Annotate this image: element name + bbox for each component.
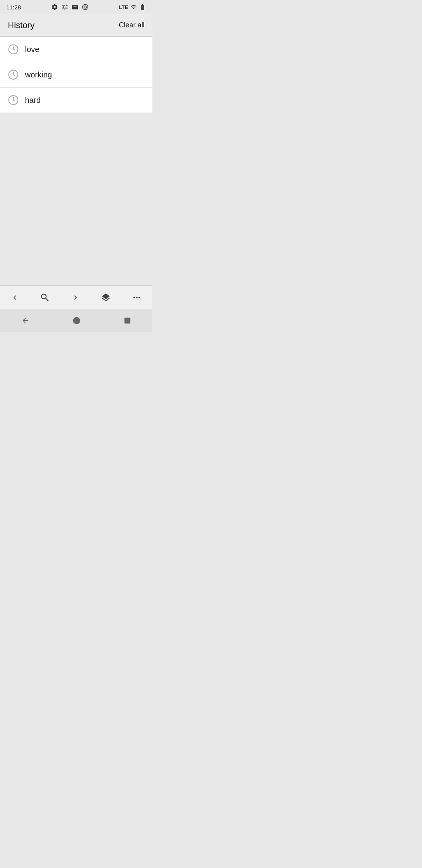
status-time: 11:28 <box>6 4 21 11</box>
header: History Clear all <box>0 14 152 37</box>
lte-label: LTE <box>119 4 128 10</box>
status-icons <box>51 4 89 11</box>
chevron-left-icon <box>11 293 19 302</box>
svg-rect-4 <box>124 318 130 324</box>
status-bar: 11:28 LTE <box>0 0 152 14</box>
page-title: History <box>8 20 34 30</box>
nav-layers-button[interactable] <box>97 289 115 307</box>
nav-forward-button[interactable] <box>67 289 84 306</box>
signal-icon <box>131 4 137 11</box>
history-item-text: working <box>25 70 52 79</box>
list-item[interactable]: working <box>0 62 152 88</box>
system-back-button[interactable] <box>21 316 30 325</box>
clock-icon <box>8 95 19 106</box>
history-item-text: love <box>25 45 39 54</box>
list-item[interactable]: love <box>0 37 152 62</box>
chevron-right-icon <box>71 293 80 302</box>
clock-icon <box>8 69 19 80</box>
mail-icon <box>72 4 79 11</box>
list-item[interactable]: hard <box>0 88 152 113</box>
svg-point-3 <box>73 317 80 324</box>
nav-back-button[interactable] <box>7 289 23 306</box>
more-dots-icon <box>132 292 142 303</box>
tune-icon <box>61 4 68 11</box>
recents-square-icon <box>123 317 131 325</box>
at-icon <box>82 4 89 11</box>
nav-more-button[interactable] <box>128 289 146 307</box>
battery-icon <box>139 4 146 11</box>
system-recents-button[interactable] <box>123 317 131 325</box>
clock-icon <box>8 44 19 55</box>
clear-all-button[interactable]: Clear all <box>119 20 145 31</box>
bottom-nav-bar <box>0 285 152 309</box>
history-item-text: hard <box>25 96 41 105</box>
back-triangle-icon <box>21 316 30 325</box>
status-right: LTE <box>119 4 146 11</box>
history-list: love working hard <box>0 37 152 113</box>
search-icon <box>40 292 50 303</box>
settings-icon <box>51 4 58 11</box>
layers-icon <box>101 292 111 303</box>
system-nav-bar <box>0 309 152 332</box>
nav-search-button[interactable] <box>36 289 54 307</box>
home-circle-icon <box>72 316 81 325</box>
system-home-button[interactable] <box>72 316 81 325</box>
